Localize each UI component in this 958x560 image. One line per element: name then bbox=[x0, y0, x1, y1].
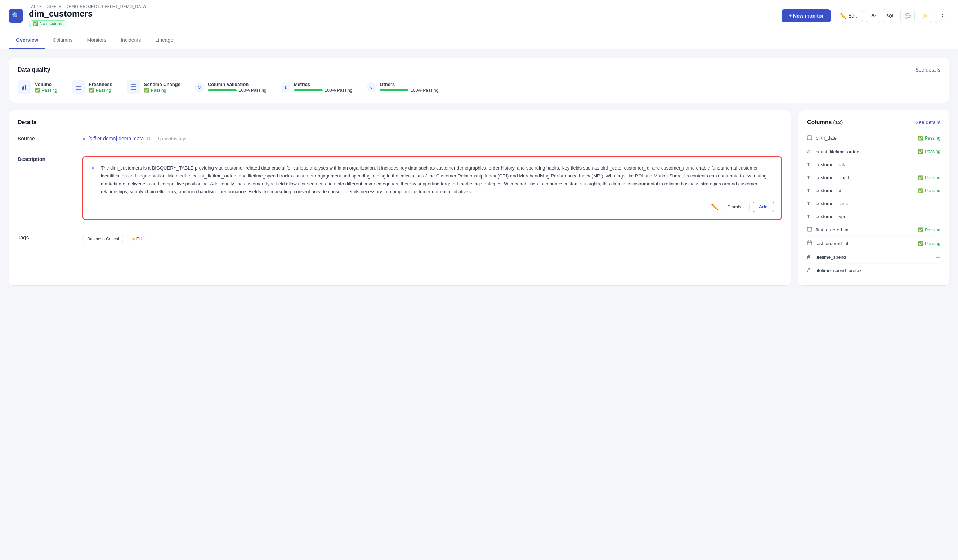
col-status-count-lifetime-orders: ✅ Passing bbox=[918, 149, 941, 154]
data-quality-see-details[interactable]: See details bbox=[915, 67, 941, 73]
column-row-customer-type: T customer_type — bbox=[807, 210, 941, 223]
column-validation-name: Column Validation bbox=[208, 82, 266, 87]
eye-button[interactable]: 👁 bbox=[866, 9, 880, 23]
col-label-customer-type: customer_type bbox=[816, 214, 846, 219]
col-status-first-ordered-at: ✅ Passing bbox=[918, 228, 941, 233]
col-name-customer-email: T customer_email bbox=[807, 175, 849, 180]
column-validation-badge: 9 bbox=[195, 82, 204, 92]
column-validation-info: Column Validation 100% Passing bbox=[208, 82, 266, 93]
tab-incidents[interactable]: Incidents bbox=[113, 32, 148, 49]
details-card: Details Source ● [sifflet-demo] demo_dat… bbox=[9, 110, 791, 286]
column-row-customer-id: T customer_id ✅ Passing bbox=[807, 184, 941, 197]
freshness-status: ✅ Passing bbox=[89, 88, 113, 93]
others-bar bbox=[380, 89, 408, 92]
column-row-lifetime-spend: # lifetime_spend — bbox=[807, 250, 941, 264]
col-check-last-ordered-at: ✅ bbox=[918, 241, 923, 246]
text-icon-customer-name: T bbox=[807, 201, 813, 206]
col-name-birth-date: birth_date bbox=[807, 135, 837, 141]
description-text: The dim_customers is a BIGQUERY_TABLE pr… bbox=[101, 164, 774, 196]
text-icon-customer-type: T bbox=[807, 214, 813, 219]
col-status-birth-date: ✅ Passing bbox=[918, 136, 941, 141]
col-name-count-lifetime-orders: # count_lifetime_orders bbox=[807, 149, 860, 154]
tab-monitors[interactable]: Monitors bbox=[80, 32, 114, 49]
column-row-customer-email: T customer_email ✅ Passing bbox=[807, 171, 941, 184]
source-link[interactable]: [sifflet-demo] demo_data bbox=[88, 136, 144, 141]
source-row: Source ● [sifflet-demo] demo_data ↺ 8 mo… bbox=[17, 128, 782, 149]
tag-business-critical[interactable]: Business Critical bbox=[82, 235, 124, 243]
columns-see-details[interactable]: See details bbox=[915, 120, 941, 125]
col-label-customer-name: customer_name bbox=[816, 201, 849, 206]
main-content: Data quality See details Volume ✅ Passin… bbox=[0, 49, 958, 294]
column-validation-bar bbox=[208, 89, 236, 92]
volume-name: Volume bbox=[35, 82, 57, 87]
add-button[interactable]: Add bbox=[753, 201, 774, 212]
columns-header: Columns (12) See details bbox=[807, 119, 941, 126]
data-quality-card: Data quality See details Volume ✅ Passin… bbox=[9, 58, 949, 103]
quality-metrics: Volume ✅ Passing Freshness ✅ Passing bbox=[17, 80, 941, 94]
edit-button[interactable]: ✏️ Edit bbox=[834, 10, 863, 22]
metric-freshness: Freshness ✅ Passing bbox=[72, 80, 113, 94]
edit-label: Edit bbox=[848, 13, 857, 19]
col-name-last-ordered-at: last_ordered_at bbox=[807, 240, 848, 247]
tab-overview[interactable]: Overview bbox=[9, 32, 45, 49]
tab-columns[interactable]: Columns bbox=[45, 32, 79, 49]
metrics-info: Metrics 100% Passing bbox=[294, 82, 352, 93]
sparkle-button[interactable]: ✨ bbox=[918, 9, 932, 23]
schema-change-info: Schema Change ✅ Passing bbox=[144, 82, 181, 93]
svg-rect-1 bbox=[24, 85, 24, 90]
calendar-icon-last-ordered-at bbox=[807, 240, 813, 247]
hash-icon-count-lifetime-orders: # bbox=[807, 149, 813, 154]
col-check-first-ordered-at: ✅ bbox=[918, 228, 923, 233]
tag-pii[interactable]: ⊕ PII bbox=[127, 235, 147, 243]
others-status-text: 100% Passing bbox=[411, 88, 438, 93]
pii-tag-icon: ⊕ bbox=[132, 236, 135, 242]
metrics-bar-status: 100% Passing bbox=[294, 88, 352, 93]
description-label: Description bbox=[17, 156, 68, 220]
no-incidents-label: No incidents bbox=[40, 21, 63, 26]
metric-column-validation: 9 Column Validation 100% Passing bbox=[195, 82, 266, 93]
chat-button[interactable]: 💬 bbox=[900, 9, 915, 23]
column-row-count-lifetime-orders: # count_lifetime_orders ✅ Passing bbox=[807, 145, 941, 158]
columns-title: Columns bbox=[807, 119, 831, 126]
col-status-customer-email: ✅ Passing bbox=[918, 175, 941, 180]
new-monitor-button[interactable]: + New monitor bbox=[782, 9, 831, 22]
dismiss-button[interactable]: Dismiss bbox=[721, 201, 750, 212]
tags-row: Tags Business Critical ⊕ PII bbox=[17, 228, 782, 250]
metrics-badge: 1 bbox=[281, 82, 290, 92]
svg-rect-3 bbox=[76, 85, 81, 90]
col-status-customer-name: — bbox=[936, 201, 941, 206]
column-row-customer-data: T customer_data — bbox=[807, 158, 941, 171]
freshness-name: Freshness bbox=[89, 82, 113, 87]
source-time: 8 months ago bbox=[158, 136, 187, 141]
more-options-button[interactable]: ⋮ bbox=[935, 9, 949, 23]
col-label-customer-email: customer_email bbox=[816, 175, 849, 180]
no-incidents-badge: ✅ No incidents bbox=[29, 20, 67, 27]
description-actions: ✏️ Dismiss Add bbox=[90, 201, 774, 212]
tab-lineage[interactable]: Lineage bbox=[148, 32, 181, 49]
volume-info: Volume ✅ Passing bbox=[35, 82, 57, 93]
others-info: Others 100% Passing bbox=[380, 82, 438, 93]
app-header: 🔍 TABLE – SIFFLET-DEMO-PROJECT.SIFFLET_D… bbox=[0, 0, 958, 32]
metric-others: 8 Others 100% Passing bbox=[366, 82, 438, 93]
svg-rect-2 bbox=[25, 85, 26, 90]
col-name-customer-type: T customer_type bbox=[807, 214, 846, 219]
volume-check-icon: ✅ bbox=[35, 88, 40, 93]
source-dot-icon: ● bbox=[82, 136, 86, 141]
data-quality-header: Data quality See details bbox=[17, 66, 941, 73]
metrics-name: Metrics bbox=[294, 82, 352, 87]
col-label-last-ordered-at: last_ordered_at bbox=[816, 241, 848, 246]
col-status-last-ordered-at: ✅ Passing bbox=[918, 241, 941, 246]
svg-rect-10 bbox=[807, 136, 812, 140]
schema-status-text: Passing bbox=[151, 88, 167, 93]
metric-schema-change: Schema Change ✅ Passing bbox=[127, 80, 181, 94]
edit-pen-icon[interactable]: ✏️ bbox=[711, 203, 718, 210]
column-row-lifetime-spend-pretax: # lifetime_spend_pretax — bbox=[807, 264, 941, 277]
sparkle-icon: ✨ bbox=[922, 13, 928, 19]
col-label-birth-date: birth_date bbox=[816, 135, 837, 141]
schema-check-icon: ✅ bbox=[144, 88, 149, 93]
description-value: ✦ The dim_customers is a BIGQUERY_TABLE … bbox=[82, 156, 782, 220]
sql-button[interactable]: SQL bbox=[883, 9, 898, 23]
col-name-lifetime-spend-pretax: # lifetime_spend_pretax bbox=[807, 267, 861, 273]
column-row-last-ordered-at: last_ordered_at ✅ Passing bbox=[807, 237, 941, 250]
col-name-customer-name: T customer_name bbox=[807, 201, 849, 206]
